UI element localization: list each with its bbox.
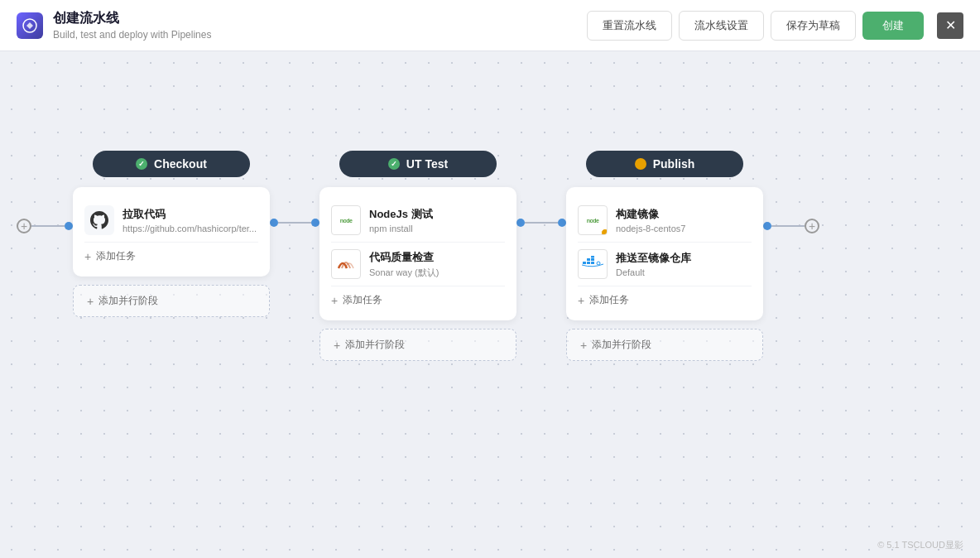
task-info-nodejs: NodeJs 测试 npm install xyxy=(369,207,505,233)
task-item-push-image[interactable]: 推送至镜像仓库 Default xyxy=(578,243,752,286)
header-actions: 重置流水线 流水线设置 保存为草稿 创建 ✕ xyxy=(587,11,963,41)
task-desc-push-image: Default xyxy=(616,267,752,277)
create-button[interactable]: 创建 xyxy=(862,12,924,40)
task-item-sonar[interactable]: 代码质量检查 Sonar way (默认) xyxy=(331,243,505,286)
task-info-sonar: 代码质量检查 Sonar way (默认) xyxy=(369,250,505,279)
plus-parallel-icon-publish: + xyxy=(580,339,587,352)
left-connector: + xyxy=(17,219,73,233)
svg-rect-1 xyxy=(583,262,586,264)
add-task-label-publish: 添加任务 xyxy=(589,293,629,307)
watermark: © 5.1 TSCLOUD显影 xyxy=(877,539,963,551)
github-icon xyxy=(84,205,114,235)
reset-button[interactable]: 重置流水线 xyxy=(587,11,672,41)
page-subtitle: Build, test and deploy with Pipelines xyxy=(53,29,211,41)
task-name-push-image: 推送至镜像仓库 xyxy=(616,251,752,266)
plus-icon: + xyxy=(84,250,91,263)
plus-icon-publish: + xyxy=(578,294,584,307)
header-left: 创建流水线 Build, test and deploy with Pipeli… xyxy=(17,10,211,41)
connector-dot-2b xyxy=(558,219,566,227)
header-title-group: 创建流水线 Build, test and deploy with Pipeli… xyxy=(53,10,211,41)
svg-rect-5 xyxy=(591,258,594,261)
task-desc-sonar: Sonar way (默认) xyxy=(369,267,505,279)
add-task-label-checkout: 添加任务 xyxy=(96,249,136,263)
stage-header-publish[interactable]: Publish xyxy=(586,151,743,177)
task-name-build-image: 构建镜像 xyxy=(616,207,752,222)
add-task-uttest[interactable]: + 添加任务 xyxy=(331,286,505,309)
add-task-label-uttest: 添加任务 xyxy=(343,293,382,307)
stage-checkout: Checkout 拉取代码 https://github.com/hashico… xyxy=(73,151,270,317)
svg-rect-6 xyxy=(591,256,594,258)
stage-card-checkout: 拉取代码 https://github.com/hashicorp/ter...… xyxy=(73,187,270,277)
task-item-build-image[interactable]: node 构建镜像 nodejs-8-centos7 xyxy=(578,199,752,243)
plus-parallel-icon-uttest: + xyxy=(334,339,340,352)
add-start-button[interactable]: + xyxy=(17,219,31,233)
task-desc-nodejs: npm install xyxy=(369,224,505,233)
task-item-nodejs[interactable]: node NodeJs 测试 npm install xyxy=(331,199,505,243)
logo-icon xyxy=(17,12,43,39)
status-dot-uttest xyxy=(388,158,400,170)
connector-dot-1b xyxy=(311,219,319,227)
task-item[interactable]: 拉取代码 https://github.com/hashicorp/ter... xyxy=(84,199,258,243)
svg-rect-2 xyxy=(587,262,590,264)
add-task-publish[interactable]: + 添加任务 xyxy=(578,286,752,309)
connector-dot-1a xyxy=(270,219,278,227)
add-parallel-uttest[interactable]: + 添加并行阶段 xyxy=(319,329,516,361)
add-task-checkout[interactable]: + 添加任务 xyxy=(84,243,258,265)
sonar-icon xyxy=(331,249,361,279)
svg-point-7 xyxy=(597,262,600,265)
status-dot-publish xyxy=(635,158,646,170)
task-info-push-image: 推送至镜像仓库 Default xyxy=(616,251,752,277)
stage-name-uttest: UT Test xyxy=(406,157,448,171)
add-parallel-publish[interactable]: + 添加并行阶段 xyxy=(566,329,763,361)
task-info-build-image: 构建镜像 nodejs-8-centos7 xyxy=(616,207,752,233)
pipeline-settings-button[interactable]: 流水线设置 xyxy=(679,11,764,41)
stage-uttest: UT Test node NodeJs 测试 npm install xyxy=(319,151,516,361)
right-connector: + xyxy=(763,219,819,233)
docker-icon xyxy=(578,249,608,279)
page-title: 创建流水线 xyxy=(53,10,211,27)
stage-header-uttest[interactable]: UT Test xyxy=(339,151,497,177)
task-name-sonar: 代码质量检查 xyxy=(369,250,505,265)
task-info-checkout: 拉取代码 https://github.com/hashicorp/ter... xyxy=(122,207,258,233)
status-dot-checkout xyxy=(136,158,147,170)
pipeline-row: + Checkout 拉取代码 xyxy=(17,151,980,361)
stage-card-uttest: node NodeJs 测试 npm install xyxy=(319,187,516,320)
nodejs-warn-icon: node xyxy=(578,205,608,235)
add-parallel-label-publish: 添加并行阶段 xyxy=(592,338,651,352)
svg-rect-3 xyxy=(591,262,594,264)
task-name-nodejs: NodeJs 测试 xyxy=(369,207,505,222)
connector-dot-right xyxy=(763,222,771,230)
connector-line-start xyxy=(31,225,65,227)
stage-header-checkout[interactable]: Checkout xyxy=(93,151,250,177)
add-end-button[interactable]: + xyxy=(805,219,819,233)
connector-1 xyxy=(270,219,319,227)
stage-name-checkout: Checkout xyxy=(154,157,207,171)
close-button[interactable]: ✕ xyxy=(937,12,963,39)
plus-icon-uttest: + xyxy=(331,294,338,307)
stage-name-publish: Publish xyxy=(653,157,695,171)
connector-dot-2a xyxy=(516,219,525,227)
warn-dot xyxy=(601,228,608,235)
svg-rect-4 xyxy=(587,258,590,261)
add-parallel-checkout[interactable]: + 添加并行阶段 xyxy=(73,285,270,317)
header: 创建流水线 Build, test and deploy with Pipeli… xyxy=(0,0,980,51)
connector-dot-start xyxy=(65,222,73,230)
add-parallel-label-checkout: 添加并行阶段 xyxy=(98,294,158,308)
connector-2 xyxy=(516,219,566,227)
stage-card-publish: node 构建镜像 nodejs-8-centos7 xyxy=(566,187,763,320)
connector-line-1 xyxy=(278,222,311,224)
nodejs-icon: node xyxy=(331,205,361,235)
task-desc-build-image: nodejs-8-centos7 xyxy=(616,224,752,233)
task-name-checkout: 拉取代码 xyxy=(122,207,258,222)
connector-line-right xyxy=(771,225,805,227)
add-parallel-label-uttest: 添加并行阶段 xyxy=(345,338,405,352)
pipeline-canvas: + Checkout 拉取代码 xyxy=(0,51,980,558)
save-draft-button[interactable]: 保存为草稿 xyxy=(771,11,856,41)
task-desc-checkout: https://github.com/hashicorp/ter... xyxy=(122,224,258,233)
plus-parallel-icon: + xyxy=(87,295,94,308)
stage-publish: Publish node 构建镜像 nodejs-8-centos7 xyxy=(566,151,763,361)
connector-line-2 xyxy=(525,222,558,224)
